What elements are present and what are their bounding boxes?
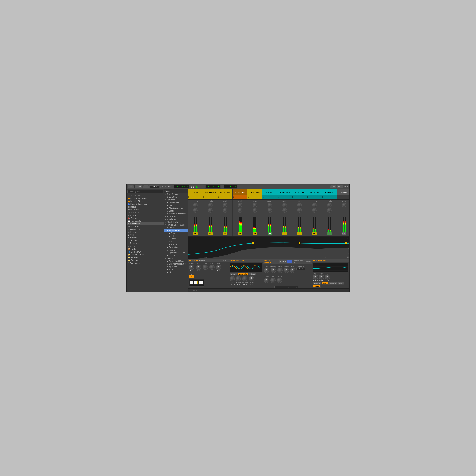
tab-ensemble[interactable]: Ensemble <box>238 273 248 275</box>
tap-button[interactable]: Tap <box>143 185 149 188</box>
send-knob-ph-2[interactable] <box>223 208 227 213</box>
analyze-btn[interactable]: Analyze <box>313 282 322 285</box>
eq-point-1[interactable] <box>252 242 254 244</box>
send-knob-ph-1[interactable] <box>223 203 227 207</box>
browser-item-corpus[interactable]: ▶Corpus <box>164 226 188 229</box>
clip-cell-1-6[interactable] <box>277 195 292 199</box>
browser-item-pitch-mod[interactable]: ▶Pitch & Modulation <box>164 221 188 223</box>
eq8-gain1-knob[interactable] <box>319 274 324 280</box>
track-header-strings-high[interactable]: Strings High <box>292 189 307 195</box>
sidebar-item-samples[interactable]: ~Samples <box>127 236 164 239</box>
clip-cell-1-8[interactable] <box>307 195 322 199</box>
play-button[interactable]: ▶ <box>196 185 199 188</box>
sidebar-item-drums-cat[interactable]: 🥁Drums <box>127 217 164 220</box>
clip-cell-2-3[interactable] <box>233 199 247 199</box>
send-knob-sl-1[interactable] <box>312 203 317 207</box>
send-knob-piano-2[interactable] <box>208 208 213 213</box>
block-btn[interactable]: Block <box>322 282 329 285</box>
send-knob-ar-2[interactable] <box>327 208 332 213</box>
clip-cell-1-1[interactable] <box>203 195 218 199</box>
send-knob-keys-2[interactable] <box>193 208 198 213</box>
eq-point-3[interactable] <box>345 242 347 244</box>
clip-cell-1-7[interactable] <box>292 195 307 199</box>
browser-item-limiter[interactable]: ▶Limiter <box>164 210 188 212</box>
rewind-button[interactable]: ◀◀ <box>190 185 195 188</box>
browser-item-gate[interactable]: ▶Gate <box>164 204 188 207</box>
browser-item-multiband[interactable]: ▶Multiband Dynamics <box>164 212 188 215</box>
track-header-21-electric[interactable]: 21 Electric <box>233 189 247 195</box>
eq-point-2[interactable] <box>298 242 301 244</box>
sidebar-item-clips[interactable]: ▶Clips <box>127 234 164 236</box>
clip-cell-1-9[interactable] <box>322 195 337 199</box>
browser-item-room[interactable]: ▶Room <box>164 238 188 240</box>
browser-item-spectrum[interactable]: ▶Spectrum <box>164 265 188 268</box>
tab-classic[interactable]: Classic <box>230 273 238 275</box>
damper-sym-knob[interactable] <box>216 265 221 270</box>
convolution-ir-select[interactable]: Chambers and Large Rooms <box>274 286 298 289</box>
send-knob-keys-1[interactable] <box>193 203 198 207</box>
clip-cell-2-9[interactable] <box>322 199 337 199</box>
send-knob-sm-2[interactable] <box>282 208 287 213</box>
link-button[interactable]: Link <box>128 185 134 188</box>
sidebar-item-midi-effects[interactable]: MMIDI Effects <box>127 225 164 228</box>
clip-cell-2-10[interactable] <box>337 199 349 199</box>
browser-item-space[interactable]: ▶Space <box>164 240 188 243</box>
hr-mod-knob[interactable] <box>270 278 275 283</box>
hr-decay-knob[interactable] <box>284 268 289 273</box>
send-knob-elec-1[interactable] <box>238 203 242 207</box>
sidebar-item-sounds[interactable]: ♪Sounds <box>127 214 164 217</box>
tab-vibrato[interactable]: Vibrato <box>248 273 256 275</box>
track-header-strings-layer[interactable]: Strings Laye <box>307 189 322 195</box>
sidebar-item-max-for-live[interactable]: ∞Max for Live <box>127 228 164 231</box>
clip-cell-2-8[interactable] <box>307 199 322 199</box>
tab-eq[interactable]: EQ <box>287 260 292 263</box>
clip-cell-1-3[interactable] <box>233 195 247 199</box>
stiffness-knob[interactable] <box>189 265 194 270</box>
sidebar-item-audio-effects[interactable]: +Audio Effects <box>127 222 164 225</box>
sidebar-item-add-folder[interactable]: +Add Folder... <box>127 262 164 264</box>
eq8-q1-knob[interactable] <box>325 274 330 280</box>
noise-knob[interactable] <box>196 265 201 270</box>
clip-cell-1-4[interactable] <box>247 195 262 199</box>
send-knob-piano-1[interactable] <box>208 203 213 207</box>
send-knob-ar-1[interactable] <box>327 203 332 207</box>
browser-item-eq-filters[interactable]: ▶EQ & Filters <box>164 215 188 218</box>
fork-tine-knob[interactable] <box>203 265 208 270</box>
sidebar-item-mastering[interactable]: Mastering <box>127 208 164 211</box>
sidebar-item-packs[interactable]: 📦Packs <box>127 248 164 251</box>
tab-reverb[interactable]: Reverb <box>279 260 287 263</box>
send-knob-sm-1[interactable] <box>282 203 287 207</box>
clip-cell-1-2[interactable] <box>218 195 233 199</box>
eq8-freq1-knob[interactable] <box>313 274 318 280</box>
hr-attack-knob[interactable] <box>277 268 283 273</box>
hr-send-knob[interactable] <box>264 268 269 273</box>
track-header-strings-main[interactable]: Strings Main <box>277 189 292 195</box>
browser-item-utilities[interactable]: ▼Utilities <box>164 257 188 260</box>
browser-item-spectral[interactable]: ▶Spectral Resonator <box>164 251 188 254</box>
clip-cell-1-10[interactable] <box>337 195 349 199</box>
browser-item-reverb-resonance[interactable]: ▼Reverb & Resonance <box>164 223 188 226</box>
track-header-piano-high[interactable]: Piano High <box>218 189 233 195</box>
sidebar-item-samples-place[interactable]: 📁Samples <box>127 259 164 262</box>
track-header-keys[interactable]: ♪ Keys <box>188 189 203 195</box>
send-knob-pluck-2[interactable] <box>253 208 257 213</box>
browser-item-hull[interactable]: ▶Hull <box>164 235 188 238</box>
browser-item-vocoder[interactable]: ▶Vocoder <box>164 254 188 257</box>
browser-item-external-audio[interactable]: ▶External Audio Effect <box>164 263 188 265</box>
mono-btn[interactable]: Mono <box>338 282 344 285</box>
follow-button[interactable]: Follow <box>135 185 142 188</box>
stereo-btn[interactable]: Stereo <box>313 285 321 288</box>
clip-cell-2-5[interactable] <box>262 199 277 199</box>
clip-cell-2-7[interactable] <box>292 199 307 199</box>
record-button[interactable]: ● <box>200 185 202 188</box>
sidebar-item-instruments[interactable]: 🎹Instruments <box>127 220 164 222</box>
track-header-master[interactable]: Master <box>337 189 349 195</box>
browser-item-drive-color[interactable]: ▶ Drive & Color <box>164 196 188 198</box>
browser-item-drums[interactable]: ▶Drums <box>164 232 188 235</box>
chorus-rate-knob[interactable] <box>230 276 235 281</box>
send-knob-sh-1[interactable] <box>297 203 302 207</box>
send-knob-sl-2[interactable] <box>312 208 317 213</box>
browser-item-compressor[interactable]: ▶Compressor <box>164 201 188 204</box>
hr-predelay-knob[interactable] <box>271 268 276 273</box>
clip-cell-1-0[interactable] <box>188 195 203 199</box>
